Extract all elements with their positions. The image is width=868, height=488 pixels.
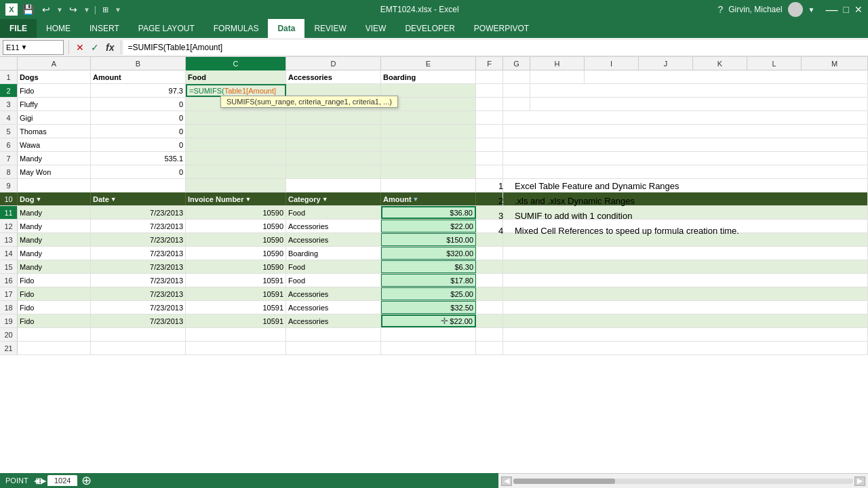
cell-e12[interactable]: $22.00	[381, 220, 476, 232]
cell-b15[interactable]: 7/23/2013	[91, 260, 186, 273]
cell-e10[interactable]: Amount ▼	[381, 192, 476, 205]
help-icon[interactable]: ?	[717, 4, 723, 15]
row-num-2[interactable]: 2	[0, 84, 18, 97]
cell-d18[interactable]: Accessories	[286, 301, 381, 314]
cell-f4[interactable]	[476, 111, 503, 124]
cell-e13[interactable]: $150.00	[381, 233, 476, 246]
cell-b14[interactable]: 7/23/2013	[91, 247, 186, 260]
tab-home[interactable]: HOME	[37, 19, 80, 38]
cell-c13[interactable]: 10590	[186, 233, 286, 246]
row-num-20[interactable]: 20	[0, 328, 18, 341]
redo-icon[interactable]: ↪	[67, 3, 79, 16]
row-num-7[interactable]: 7	[0, 152, 18, 165]
formula-fx-icon[interactable]: fx	[104, 42, 116, 53]
cell-b17[interactable]: 7/23/2013	[91, 287, 186, 300]
cell-a15[interactable]: Mandy	[18, 260, 91, 273]
cell-f15[interactable]	[476, 260, 503, 273]
cell-f21[interactable]	[476, 342, 503, 354]
col-header-j[interactable]: J	[639, 57, 693, 70]
cell-d19[interactable]: Accessories	[286, 314, 381, 327]
row-num-3[interactable]: 3	[0, 98, 18, 110]
cell-f6[interactable]	[476, 138, 503, 151]
cell-e11[interactable]: $36.80	[381, 206, 476, 219]
row-num-17[interactable]: 17	[0, 287, 18, 300]
cell-a16[interactable]: Fido	[18, 274, 91, 287]
next-sheet-icon[interactable]: ▶	[41, 476, 46, 485]
cell-d10[interactable]: Category ▼	[286, 192, 381, 205]
cell-d11[interactable]: Food	[286, 206, 381, 219]
cell-e5[interactable]	[381, 125, 476, 138]
cell-b21[interactable]	[91, 342, 186, 354]
cell-f18[interactable]	[476, 301, 503, 314]
cell-c5[interactable]	[186, 125, 286, 138]
cell-a9[interactable]	[18, 179, 91, 192]
cell-f14[interactable]	[476, 247, 503, 260]
cell-e17[interactable]: $25.00	[381, 287, 476, 300]
tab-view[interactable]: VIEW	[356, 19, 396, 38]
cell-e15[interactable]: $6.30	[381, 260, 476, 273]
cell-c7[interactable]	[186, 152, 286, 165]
row-num-4[interactable]: 4	[0, 111, 18, 124]
tab-file[interactable]: FILE	[0, 19, 37, 38]
cell-f1[interactable]	[476, 70, 503, 83]
cell-a2[interactable]: Fido	[18, 84, 91, 97]
formula-cancel[interactable]: ✕	[74, 42, 86, 53]
cell-a21[interactable]	[18, 342, 91, 354]
row-num-10[interactable]: 10	[0, 192, 18, 205]
cell-a13[interactable]: Mandy	[18, 233, 91, 246]
cell-e9[interactable]	[381, 179, 476, 192]
cell-b19[interactable]: 7/23/2013	[91, 314, 186, 327]
cell-b10[interactable]: Date ▼	[91, 192, 186, 205]
row-num-6[interactable]: 6	[0, 138, 18, 151]
cell-a7[interactable]: Mandy	[18, 152, 91, 165]
cell-e1[interactable]: Boarding	[381, 70, 476, 83]
cell-c14[interactable]: 10590	[186, 247, 286, 260]
cell-d12[interactable]: Accessories	[286, 220, 381, 232]
cell-a1[interactable]: Dogs	[18, 70, 91, 83]
cell-e18[interactable]: $32.50	[381, 301, 476, 314]
cell-a6[interactable]: Wawa	[18, 138, 91, 151]
cell-b13[interactable]: 7/23/2013	[91, 233, 186, 246]
row-num-8[interactable]: 8	[0, 165, 18, 178]
col-header-k[interactable]: K	[693, 57, 747, 70]
undo-icon[interactable]: ↩	[40, 3, 52, 16]
cell-d8[interactable]	[286, 165, 381, 178]
cell-c16[interactable]: 10591	[186, 274, 286, 287]
col-header-d[interactable]: D	[286, 57, 381, 70]
cell-e4[interactable]	[381, 111, 476, 124]
cell-g3[interactable]	[503, 98, 530, 110]
prev-sheet-icon[interactable]: ◀	[34, 476, 39, 485]
cell-a20[interactable]	[18, 328, 91, 341]
cell-a17[interactable]: Fido	[18, 287, 91, 300]
horizontal-scrollbar[interactable]	[513, 479, 853, 484]
cell-a14[interactable]: Mandy	[18, 247, 91, 260]
cell-f2[interactable]	[476, 84, 503, 97]
cell-b6[interactable]: 0	[91, 138, 186, 151]
close-icon[interactable]: ✕	[854, 4, 863, 15]
col-header-c[interactable]: C	[186, 57, 286, 70]
cell-a3[interactable]: Fluffy	[18, 98, 91, 110]
cell-d15[interactable]: Food	[286, 260, 381, 273]
cell-e6[interactable]	[381, 138, 476, 151]
row-num-1[interactable]: 1	[0, 70, 18, 83]
row-num-5[interactable]: 5	[0, 125, 18, 138]
cell-a11[interactable]: Mandy	[18, 206, 91, 219]
extra-icon[interactable]: ⊞	[100, 4, 111, 16]
cell-g2[interactable]	[503, 84, 530, 97]
cell-c19[interactable]: 10591	[186, 314, 286, 327]
cell-h1[interactable]	[530, 70, 585, 83]
col-header-l[interactable]: L	[747, 57, 802, 70]
tab-data[interactable]: Data	[268, 19, 304, 38]
sheet-tab-1024[interactable]: 1024	[47, 475, 77, 486]
cell-c1[interactable]: Food	[186, 70, 286, 83]
name-box[interactable]: E11 ▼	[3, 40, 64, 55]
cell-b9[interactable]	[91, 179, 186, 192]
cell-d4[interactable]	[286, 111, 381, 124]
col-header-h[interactable]: H	[530, 57, 585, 70]
cell-e20[interactable]	[381, 328, 476, 341]
cell-c17[interactable]: 10591	[186, 287, 286, 300]
cell-f7[interactable]	[476, 152, 503, 165]
cell-b16[interactable]: 7/23/2013	[91, 274, 186, 287]
cell-b12[interactable]: 7/23/2013	[91, 220, 186, 232]
cell-d1[interactable]: Accessories	[286, 70, 381, 83]
